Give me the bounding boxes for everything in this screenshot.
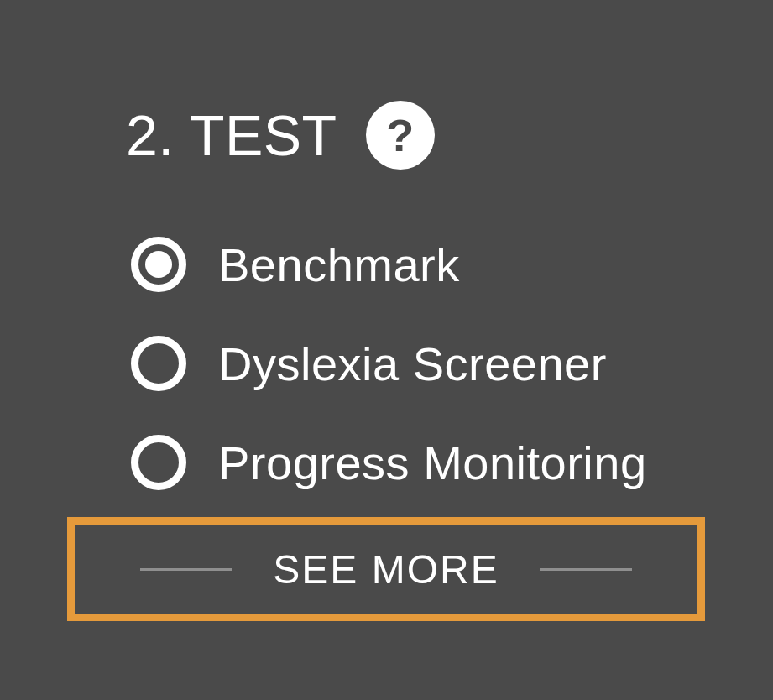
help-button[interactable]: ? bbox=[366, 101, 435, 170]
option-label: Benchmark bbox=[218, 238, 460, 292]
radio-icon bbox=[131, 237, 186, 292]
option-benchmark[interactable]: Benchmark bbox=[131, 237, 706, 292]
see-more-label: SEE MORE bbox=[273, 546, 499, 593]
divider-line-left bbox=[140, 568, 232, 571]
section-heading: 2. TEST bbox=[126, 102, 337, 168]
options-list: Benchmark Dyslexia Screener Progress Mon… bbox=[126, 237, 706, 490]
option-progress-monitoring[interactable]: Progress Monitoring bbox=[131, 435, 706, 490]
divider-line-right bbox=[540, 568, 632, 571]
option-label: Dyslexia Screener bbox=[218, 337, 607, 391]
heading-row: 2. TEST ? bbox=[126, 101, 706, 170]
radio-icon bbox=[131, 435, 186, 490]
radio-selected-dot bbox=[145, 251, 172, 278]
option-dyslexia-screener[interactable]: Dyslexia Screener bbox=[131, 336, 706, 391]
option-label: Progress Monitoring bbox=[218, 436, 647, 490]
radio-icon bbox=[131, 336, 186, 391]
help-icon: ? bbox=[386, 112, 414, 158]
test-section: 2. TEST ? Benchmark Dyslexia Screener Pr… bbox=[0, 0, 773, 621]
see-more-button[interactable]: SEE MORE bbox=[67, 517, 705, 621]
see-more-container: SEE MORE bbox=[67, 517, 706, 621]
